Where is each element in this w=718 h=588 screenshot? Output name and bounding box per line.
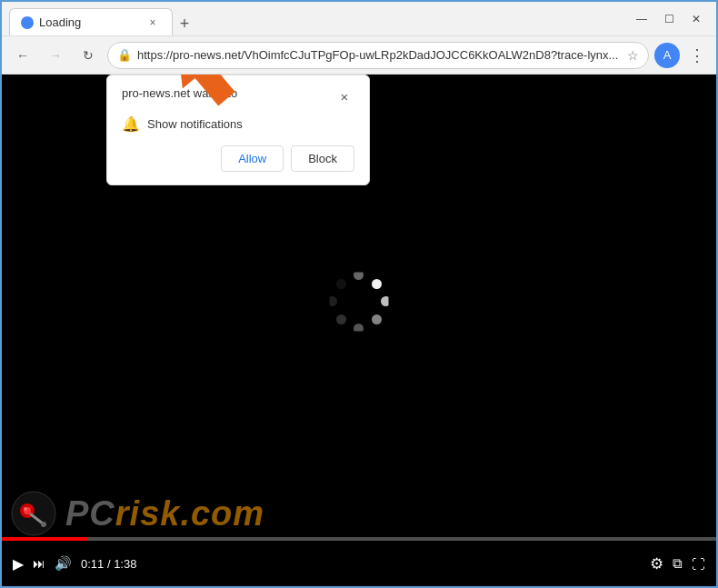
tab-area: Loading × + xyxy=(9,2,625,35)
settings-button[interactable]: ⚙ xyxy=(650,554,663,573)
page-content: pro-news.net wants to × 🔔 Show notificat… xyxy=(2,75,716,586)
window-controls: — ☐ ✕ xyxy=(629,6,709,32)
browser-window: Loading × + — ☐ ✕ ← → ↻ 🔒 https://pro-ne… xyxy=(0,0,718,588)
block-button[interactable]: Block xyxy=(291,145,354,172)
pcrisk-brand-text: PCrisk.com xyxy=(65,494,264,533)
orange-arrow xyxy=(152,75,261,129)
maximize-button[interactable]: ☐ xyxy=(656,6,682,32)
svg-point-13 xyxy=(24,507,27,511)
pcrisk-logo xyxy=(11,491,56,536)
back-button[interactable]: ← xyxy=(9,42,36,69)
play-button[interactable]: ▶ xyxy=(13,555,24,573)
svg-point-5 xyxy=(354,324,364,332)
refresh-button[interactable]: ↻ xyxy=(75,42,102,69)
close-button[interactable]: ✕ xyxy=(683,6,709,32)
title-bar: Loading × + — ☐ ✕ xyxy=(2,2,716,36)
allow-button[interactable]: Allow xyxy=(221,145,284,172)
tab-title: Loading xyxy=(39,15,139,29)
next-button[interactable]: ⏭ xyxy=(33,556,45,571)
pcrisk-watermark: PCrisk.com xyxy=(11,491,264,536)
svg-point-15 xyxy=(41,522,46,527)
active-tab[interactable]: Loading × xyxy=(9,8,173,35)
svg-point-3 xyxy=(381,296,389,306)
address-bar[interactable]: 🔒 https://pro-news.net/VhOimfcCJuTPgFOp-… xyxy=(107,42,649,69)
url-text: https://pro-news.net/VhOimfcCJuTPgFOp-uw… xyxy=(137,48,622,62)
nav-bar: ← → ↻ 🔒 https://pro-news.net/VhOimfcCJuT… xyxy=(2,36,716,75)
pc-text: PC xyxy=(65,494,115,533)
bookmark-icon[interactable]: ☆ xyxy=(627,48,639,63)
popup-close-button[interactable]: × xyxy=(334,86,354,106)
popup-buttons: Allow Block xyxy=(122,145,354,172)
video-controls: ▶ ⏭ 🔊 0:11 / 1:38 ⚙ ⧉ ⛶ xyxy=(2,541,716,586)
loading-spinner xyxy=(330,272,389,334)
time-display: 0:11 / 1:38 xyxy=(81,557,136,571)
menu-button[interactable]: ⋮ xyxy=(685,42,709,69)
tab-favicon xyxy=(21,16,34,29)
bell-icon: 🔔 xyxy=(122,115,140,133)
mini-player-button[interactable]: ⧉ xyxy=(673,555,683,572)
new-tab-button[interactable]: + xyxy=(173,12,196,35)
profile-button[interactable]: A xyxy=(654,43,680,68)
fullscreen-button[interactable]: ⛶ xyxy=(692,556,705,572)
minimize-button[interactable]: — xyxy=(629,6,654,32)
risk-text: risk.com xyxy=(115,494,264,533)
lock-icon: 🔒 xyxy=(117,48,132,62)
volume-button[interactable]: 🔊 xyxy=(55,555,72,572)
svg-point-2 xyxy=(372,279,382,289)
tab-close-button[interactable]: × xyxy=(145,15,161,31)
svg-point-9 xyxy=(354,272,364,280)
svg-marker-1 xyxy=(156,75,248,116)
svg-point-6 xyxy=(336,314,346,324)
forward-button[interactable]: → xyxy=(42,42,69,69)
svg-point-8 xyxy=(336,279,346,289)
svg-point-4 xyxy=(372,314,382,324)
svg-point-7 xyxy=(330,296,338,306)
